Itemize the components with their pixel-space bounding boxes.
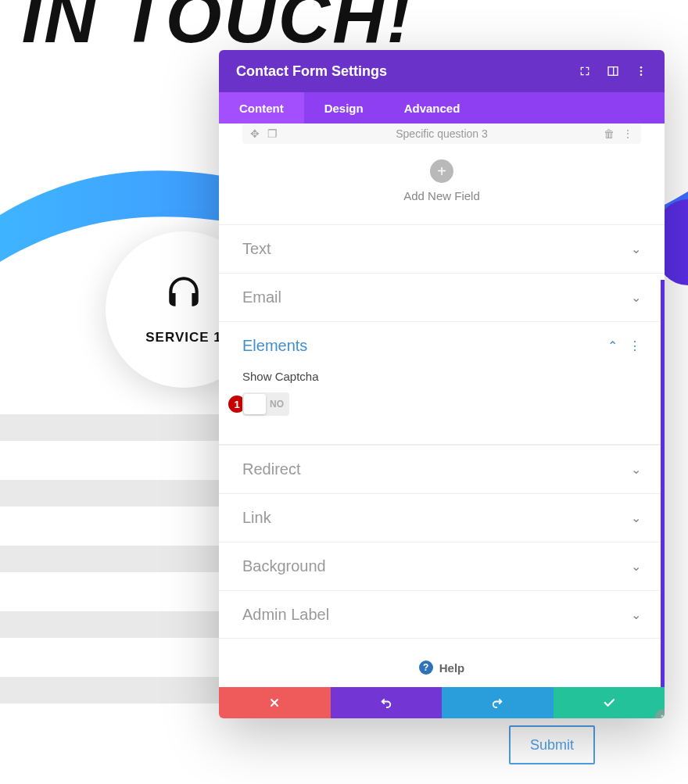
section-kebab-icon[interactable]: ⋮ [629,338,641,353]
submit-button[interactable]: Submit [509,725,595,764]
chevron-down-icon: ⌄ [631,242,641,256]
svg-point-3 [640,70,643,73]
section-email[interactable]: Email ⌄ [219,273,665,321]
undo-button[interactable] [331,687,443,718]
help-button[interactable]: ? Help [219,639,665,687]
modal-tabs: Content Design Advanced [219,92,665,124]
chevron-down-icon: ⌄ [631,462,641,477]
tab-advanced[interactable]: Advanced [384,92,481,124]
chevron-down-icon: ⌄ [631,510,641,525]
svg-point-2 [640,66,643,69]
headphones-icon [164,274,203,316]
scrollbar[interactable] [661,280,665,687]
section-background[interactable]: Background ⌄ [219,542,665,590]
chevron-up-icon: ⌃ [607,338,618,353]
svg-point-4 [640,73,643,76]
chevron-down-icon: ⌄ [631,559,641,574]
section-redirect[interactable]: Redirect ⌄ [219,445,665,493]
move-icon[interactable]: ✥ [250,127,260,140]
section-elements-content: Show Captcha 1 NO [219,370,665,445]
section-email-title: Email [242,288,281,306]
toggle-knob [244,394,266,414]
dup-icon[interactable]: ❐ [267,127,278,140]
section-link[interactable]: Link ⌄ [219,493,665,542]
modal-body: ✥ ❐ Specific question 3 🗑 ⋮ + Add New Fi… [219,124,665,687]
help-icon: ? [419,660,433,675]
section-text-title: Text [242,240,271,258]
section-link-title: Link [242,509,271,527]
tab-design[interactable]: Design [304,92,384,124]
section-admin-label[interactable]: Admin Label ⌄ [219,590,665,639]
toggle-state: NO [270,399,284,410]
show-captcha-label: Show Captcha [242,370,641,383]
page-background: T IN TOUCH! SERVICE 1 Submit Contact For… [0,0,688,784]
section-redirect-title: Redirect [242,460,300,478]
form-placeholder-bars [0,414,235,743]
service-circle-label: SERVICE 1 [145,330,222,345]
captcha-toggle[interactable]: NO [242,392,289,416]
modal-title: Contact Form Settings [236,63,387,80]
trash-icon[interactable]: 🗑 [604,127,615,140]
field-row[interactable]: ✥ ❐ Specific question 3 🗑 ⋮ [242,124,641,144]
add-field-label: Add New Field [219,189,665,202]
tab-content[interactable]: Content [219,92,304,124]
modal-footer [219,687,665,718]
section-background-title: Background [242,557,326,575]
save-button[interactable] [554,687,665,718]
chevron-down-icon: ⌄ [631,290,641,305]
section-elements[interactable]: Elements ⌃ ⋮ [219,321,665,370]
section-elements-title: Elements [242,337,307,355]
section-text[interactable]: Text ⌄ [219,224,665,273]
field-row-label: Specific question 3 [396,127,488,140]
settings-modal: Contact Form Settings Content Design Adv… [219,50,665,718]
help-label: Help [439,661,465,675]
section-admin-label-title: Admin Label [242,606,329,624]
field-kebab-icon[interactable]: ⋮ [622,127,633,140]
add-field-button[interactable]: + [430,159,453,183]
chevron-down-icon: ⌄ [631,607,641,622]
redo-button[interactable] [442,687,554,718]
panel-icon[interactable] [607,65,619,77]
expand-icon[interactable] [579,65,591,77]
cancel-button[interactable] [219,687,331,718]
kebab-icon[interactable] [635,65,647,77]
modal-header: Contact Form Settings [219,50,665,92]
